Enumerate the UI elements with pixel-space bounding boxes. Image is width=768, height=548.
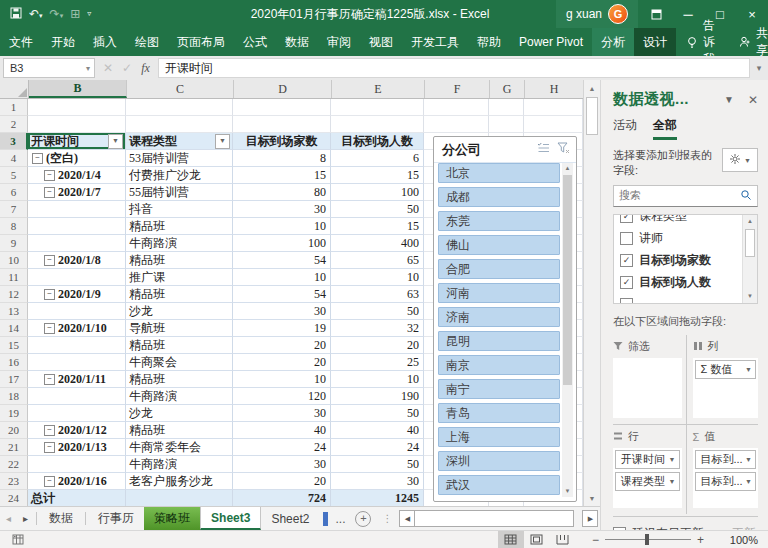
- columns-area[interactable]: 列 Σ 数值▼: [686, 335, 759, 424]
- cell-D5[interactable]: 15: [233, 167, 331, 184]
- cell-G2[interactable]: [489, 116, 524, 133]
- cell-C2[interactable]: [126, 116, 233, 133]
- pane-options-icon[interactable]: ▼: [724, 94, 734, 105]
- row-header-18[interactable]: 18: [0, 388, 28, 405]
- slicer-item-昆明[interactable]: 昆明: [438, 331, 560, 351]
- cell-C16[interactable]: 牛商聚会: [126, 354, 233, 371]
- field-item-讲师[interactable]: 讲师: [620, 228, 755, 250]
- cell-C9[interactable]: 牛商路演: [126, 235, 233, 252]
- account-chip[interactable]: g xuan G: [556, 0, 638, 28]
- zoom-slider-thumb[interactable]: [645, 534, 649, 545]
- values-area[interactable]: Σ 值 目标到...▼目标到...▼: [686, 424, 759, 514]
- zoom-slider[interactable]: − +: [586, 533, 710, 547]
- cell-B2[interactable]: [28, 116, 126, 133]
- enter-icon[interactable]: ✓: [122, 61, 132, 75]
- pane-tab-活动[interactable]: 活动: [613, 117, 637, 140]
- cell-E16[interactable]: 25: [331, 354, 424, 371]
- cell-C4[interactable]: 53届特训营: [126, 150, 233, 167]
- rows-area[interactable]: 行 开课时间▼课程类型▼: [613, 424, 686, 514]
- column-header-C[interactable]: C: [127, 80, 234, 98]
- cell-B11[interactable]: [28, 269, 126, 286]
- cell-C19[interactable]: 沙龙: [126, 405, 233, 422]
- sheet-tab-行事历[interactable]: 行事历: [88, 507, 144, 530]
- cell-C14[interactable]: 导航班: [126, 320, 233, 337]
- cell-H1[interactable]: [524, 99, 583, 116]
- row-header-1[interactable]: 1: [0, 99, 28, 116]
- cell-B22[interactable]: [28, 456, 126, 473]
- slicer-scrollbar[interactable]: ▲ ▼: [562, 163, 573, 497]
- row-header-5[interactable]: 5: [0, 167, 28, 184]
- customize-qat-icon[interactable]: ▿: [87, 10, 91, 18]
- clear-filter-icon[interactable]: [557, 142, 570, 158]
- filter-dropdown-icon[interactable]: ▼: [215, 134, 230, 149]
- ribbon-tab-公式[interactable]: 公式: [234, 28, 276, 56]
- cell-D20[interactable]: 40: [233, 422, 331, 439]
- cell-C7[interactable]: 抖音: [126, 201, 233, 218]
- slicer-item-北京[interactable]: 北京: [438, 163, 560, 183]
- cell-B4[interactable]: −(空白): [28, 150, 126, 167]
- zoom-level[interactable]: 100%: [716, 534, 768, 546]
- cell-B16[interactable]: [28, 354, 126, 371]
- cell-E19[interactable]: 50: [331, 405, 424, 422]
- cell-E4[interactable]: 6: [331, 150, 424, 167]
- cell-D14[interactable]: 19: [233, 320, 331, 337]
- collapse-button[interactable]: −: [44, 170, 55, 181]
- horizontal-scrollbar[interactable]: ◀ ▶: [399, 507, 598, 530]
- field-checkbox[interactable]: ✓: [620, 254, 633, 267]
- cell-E11[interactable]: 10: [331, 269, 424, 286]
- row-header-15[interactable]: 15: [0, 337, 28, 354]
- cell-C17[interactable]: 精品班: [126, 371, 233, 388]
- field-search-input[interactable]: 搜索: [613, 185, 758, 207]
- cell-E17[interactable]: 10: [331, 371, 424, 388]
- row-header-13[interactable]: 13: [0, 303, 28, 320]
- cell-E7[interactable]: 50: [331, 201, 424, 218]
- cell-F2[interactable]: [424, 116, 489, 133]
- slicer-item-上海[interactable]: 上海: [438, 427, 560, 447]
- cell-C13[interactable]: 沙龙: [126, 303, 233, 320]
- row-header-9[interactable]: 9: [0, 235, 28, 252]
- cell-D19[interactable]: 30: [233, 405, 331, 422]
- ribbon-tab-设计[interactable]: 设计: [634, 28, 676, 56]
- row-header-19[interactable]: 19: [0, 405, 28, 422]
- cell-F1[interactable]: [424, 99, 489, 116]
- cell-B6[interactable]: −2020/1/7: [28, 184, 126, 201]
- ribbon-display-options-icon[interactable]: [640, 0, 672, 28]
- area-pill-目标到...[interactable]: 目标到...▼: [695, 450, 757, 469]
- cell-E10[interactable]: 65: [331, 252, 424, 269]
- tell-me[interactable]: 告诉我: [676, 28, 725, 56]
- formula-input[interactable]: 开课时间: [158, 58, 750, 78]
- ribbon-tab-开始[interactable]: 开始: [42, 28, 84, 56]
- cell-D22[interactable]: 30: [233, 456, 331, 473]
- cell-B24[interactable]: 总计: [28, 490, 126, 507]
- cell-B9[interactable]: [28, 235, 126, 252]
- slicer-item-成都[interactable]: 成都: [438, 187, 560, 207]
- cell-G1[interactable]: [489, 99, 524, 116]
- splitter-dots-icon[interactable]: ⋮: [377, 507, 397, 530]
- sheet-tab-策略班[interactable]: 策略班: [144, 507, 200, 530]
- ribbon-tab-绘图[interactable]: 绘图: [126, 28, 168, 56]
- cell-E23[interactable]: 30: [331, 473, 424, 490]
- ribbon-tab-视图[interactable]: 视图: [360, 28, 402, 56]
- share-button[interactable]: 共享: [725, 28, 768, 56]
- pill-dropdown-icon[interactable]: ▼: [745, 478, 752, 485]
- tools-button[interactable]: ▼: [722, 148, 758, 172]
- cell-E24[interactable]: 1245: [331, 490, 424, 507]
- cell-E12[interactable]: 63: [331, 286, 424, 303]
- cell-B17[interactable]: −2020/1/11: [28, 371, 126, 388]
- cell-B19[interactable]: [28, 405, 126, 422]
- row-header-20[interactable]: 20: [0, 422, 28, 439]
- slicer-item-合肥[interactable]: 合肥: [438, 259, 560, 279]
- column-header-F[interactable]: F: [425, 80, 490, 98]
- collapse-button[interactable]: −: [44, 255, 55, 266]
- field-checkbox[interactable]: [620, 232, 633, 245]
- collapse-button[interactable]: −: [44, 289, 55, 300]
- collapse-button[interactable]: −: [44, 374, 55, 385]
- hidden-sheet-color-marker[interactable]: [323, 512, 328, 526]
- cell-H2[interactable]: [524, 116, 583, 133]
- field-item-clipped[interactable]: [620, 294, 755, 304]
- cell-C11[interactable]: 推广课: [126, 269, 233, 286]
- multi-select-icon[interactable]: [537, 142, 550, 158]
- row-header-3[interactable]: 3: [0, 133, 28, 150]
- filter-dropdown-icon[interactable]: ▼: [108, 134, 123, 149]
- column-header-B[interactable]: B: [29, 80, 127, 98]
